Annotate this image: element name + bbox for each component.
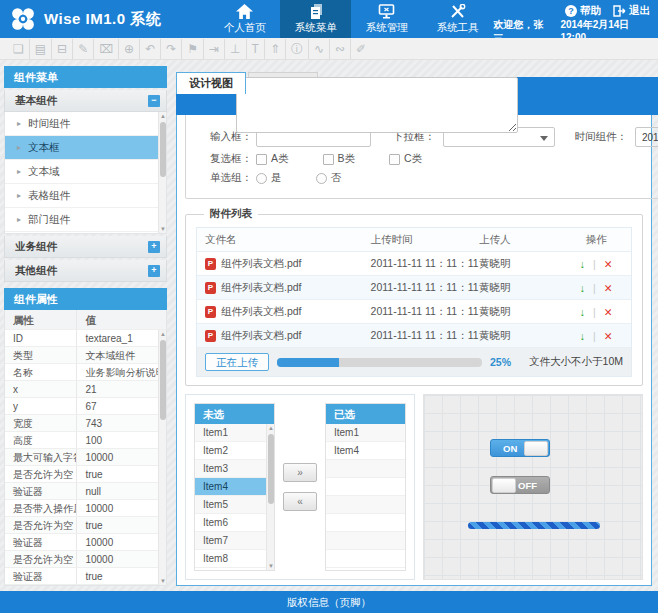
list-item[interactable]: Item8 <box>195 550 274 568</box>
tab-design-view[interactable]: 设计视图 <box>176 72 246 94</box>
nav-personal-home[interactable]: 个人首页 <box>209 0 280 38</box>
toggle-knob[interactable] <box>524 441 548 456</box>
list-item[interactable]: Item1 <box>195 424 274 442</box>
uploading-button[interactable]: 正在上传 <box>205 353 269 371</box>
export-doc-icon[interactable]: ⇑ <box>265 39 286 59</box>
collapse-icon[interactable]: − <box>148 95 160 107</box>
menu-scrollbar[interactable]: ▲ ▼ <box>158 112 166 233</box>
checkbox-icon[interactable] <box>256 154 267 165</box>
help-link[interactable]: ? 帮助 <box>565 4 601 18</box>
scroll-down-icon[interactable]: ▼ <box>159 577 167 585</box>
date-picker[interactable] <box>635 127 658 147</box>
flag-icon[interactable]: ⚑ <box>182 39 204 59</box>
toggle-off-switch[interactable]: OFF <box>490 476 550 494</box>
app-logo-icon <box>10 6 36 32</box>
section-business-components[interactable]: 业务组件 + <box>4 236 167 258</box>
radio-option-no[interactable]: 否 <box>316 171 342 185</box>
nav-system-tools[interactable]: 系统工具 <box>422 0 493 38</box>
list-item[interactable]: Item4 <box>326 442 405 460</box>
selected-list: 已选 Item1 Item4 <box>325 403 406 571</box>
prop-row: 是否带入操作原因10000 <box>5 500 166 517</box>
list-item[interactable]: Item2 <box>195 442 274 460</box>
list-item[interactable]: Item1 <box>326 424 405 442</box>
col-uploader: 上传人 <box>479 233 561 247</box>
scroll-up-icon[interactable]: ▲ <box>267 424 275 432</box>
delete-attachment-icon[interactable]: ✕ <box>604 282 613 294</box>
props-scrollbar[interactable]: ▲ ▼ <box>158 330 166 585</box>
nav-system-management[interactable]: 系统管理 <box>351 0 422 38</box>
menu-item-textbox[interactable]: ▸ 文本框 <box>5 136 166 160</box>
checkbox-icon[interactable] <box>389 154 400 165</box>
delete-attachment-icon[interactable]: ✕ <box>604 258 613 270</box>
edit-note-icon[interactable]: ✎ <box>73 39 94 59</box>
list-item[interactable]: Item5 <box>195 496 274 514</box>
expand-icon[interactable]: + <box>148 265 160 277</box>
toggle-on-switch[interactable]: ON <box>490 439 550 457</box>
delete-attachment-icon[interactable]: ✕ <box>604 306 613 318</box>
open-folder-icon[interactable]: ▤ <box>30 39 52 59</box>
radio-icon[interactable] <box>256 173 267 184</box>
line-wave-icon[interactable]: ∿ <box>309 39 330 59</box>
logout-link[interactable]: 退出 <box>613 4 650 18</box>
scroll-up-icon[interactable]: ▲ <box>159 330 167 338</box>
list-item[interactable]: Item7 <box>195 532 274 550</box>
save-icon[interactable]: ⊟ <box>52 39 73 59</box>
prop-row: 名称业务影响分析说明 <box>5 364 166 381</box>
align-bottom-icon[interactable]: ⊥ <box>225 39 246 59</box>
footer-text: 版权信息（页脚） <box>287 596 371 608</box>
move-right-button[interactable]: » <box>283 463 317 482</box>
checkbox-option-c[interactable]: C类 <box>389 152 422 166</box>
striped-loading-bar <box>468 522 600 529</box>
scroll-down-icon[interactable]: ▼ <box>159 225 167 233</box>
nav-system-menu[interactable]: 系统菜单 <box>280 0 351 38</box>
textarea-field[interactable] <box>236 77 518 133</box>
undo-icon[interactable]: ↶ <box>140 39 161 59</box>
chevron-right-icon: ▸ <box>17 191 21 200</box>
prop-row: 宽度743 <box>5 415 166 432</box>
move-left-button[interactable]: « <box>283 492 317 511</box>
menu-item-time[interactable]: ▸ 时间组件 <box>5 112 166 136</box>
menu-item-textarea[interactable]: ▸ 文本域 <box>5 160 166 184</box>
chevron-right-icon: ▸ <box>17 119 21 128</box>
prop-row: 高度100 <box>5 432 166 449</box>
list-item[interactable]: Item6 <box>195 514 274 532</box>
download-icon[interactable]: ↓ <box>580 282 585 294</box>
toggle-knob[interactable] <box>492 478 516 493</box>
delete-icon[interactable]: ⌧ <box>94 39 119 59</box>
section-basic-components[interactable]: 基本组件 − <box>4 90 167 112</box>
checkbox-option-a[interactable]: A类 <box>256 152 289 166</box>
text-format-icon[interactable]: T <box>247 39 265 59</box>
menu-item-table[interactable]: ▸ 表格组件 <box>5 184 166 208</box>
checkbox-option-b[interactable]: B类 <box>323 152 356 166</box>
list-scrollbar[interactable]: ▲ ▼ <box>266 424 274 570</box>
indent-icon[interactable]: ⇥ <box>204 39 225 59</box>
scroll-up-icon[interactable]: ▲ <box>159 112 167 120</box>
nav-label: 个人首页 <box>224 21 266 35</box>
download-icon[interactable]: ↓ <box>580 330 585 342</box>
delete-attachment-icon[interactable]: ✕ <box>604 330 613 342</box>
radio-option-yes[interactable]: 是 <box>256 171 282 185</box>
publish-icon[interactable]: ⊕ <box>119 39 140 59</box>
nav-label: 系统菜单 <box>295 21 337 35</box>
page-footer: 版权信息（页脚） <box>0 591 658 613</box>
checkbox-icon[interactable] <box>323 154 334 165</box>
curve-wave-icon[interactable]: ∾ <box>330 39 351 59</box>
doc-info-icon[interactable]: ⓘ <box>286 39 309 59</box>
list-item-selected[interactable]: Item4 <box>195 478 274 496</box>
radio-icon[interactable] <box>316 173 327 184</box>
list-item[interactable]: Item3 <box>195 460 274 478</box>
section-other-components[interactable]: 其他组件 + <box>4 260 167 282</box>
expand-icon[interactable]: + <box>148 241 160 253</box>
date-input[interactable] <box>636 132 658 143</box>
pencil-icon[interactable]: ✐ <box>351 39 371 59</box>
redo-icon[interactable]: ↷ <box>161 39 182 59</box>
scroll-down-icon[interactable]: ▼ <box>267 562 275 570</box>
download-icon[interactable]: ↓ <box>580 306 585 318</box>
menu-item-department[interactable]: ▸ 部门组件 <box>5 208 166 232</box>
component-props-title: 组件属性 <box>4 288 167 310</box>
download-icon[interactable]: ↓ <box>580 258 585 270</box>
monitor-icon <box>378 4 395 19</box>
pdf-icon: P <box>205 330 216 342</box>
radio-group-label: 单选组： <box>196 171 252 185</box>
new-file-icon[interactable]: ❏ <box>8 39 30 59</box>
